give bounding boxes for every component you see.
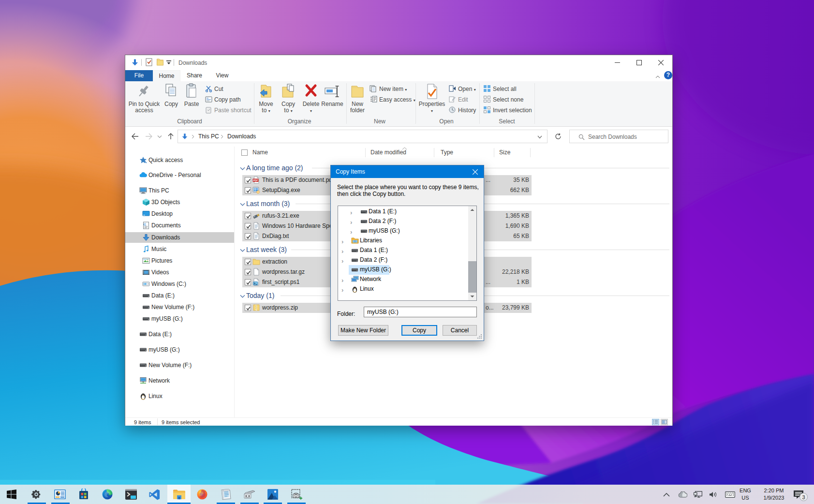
svg-text:PDF: PDF [253,179,258,182]
